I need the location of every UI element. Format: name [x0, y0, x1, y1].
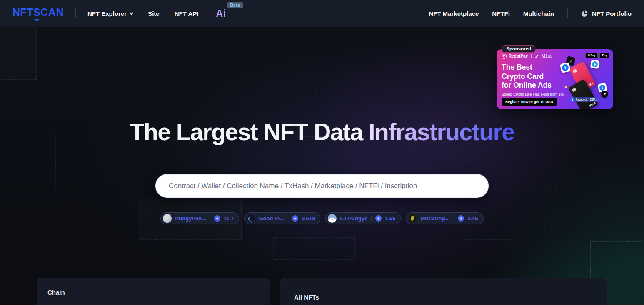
- nav-nft-marketplace[interactable]: NFT Marketplace: [429, 10, 479, 17]
- mint-feather-icon: [535, 55, 539, 58]
- ad-headline-line: The Best: [502, 63, 552, 72]
- page-title: The Largest NFT DataInfrastructure: [0, 118, 644, 146]
- google-pay-badge: G Pay: [585, 53, 598, 58]
- top-navigation-bar: NFTSCAN NFT Explorer Site NFT API Ai Bet…: [0, 0, 644, 27]
- sparkle-icon: [564, 86, 567, 88]
- chip-divider: [288, 216, 288, 221]
- facebook-icon: f: [560, 62, 571, 73]
- nftscan-homepage: NFTSCAN NFT Explorer Site NFT API Ai Bet…: [0, 0, 644, 305]
- nav-multichain[interactable]: Multichain: [523, 10, 554, 17]
- floor-price: 0.618: [302, 215, 315, 222]
- telegram-icon: [590, 60, 600, 69]
- header-divider-right: [567, 8, 568, 18]
- chip-divider: [371, 216, 372, 221]
- pie-chart-icon: [581, 10, 588, 17]
- pay-badges: G Pay Pay: [585, 53, 609, 58]
- chip-divider: [210, 216, 210, 221]
- nav-site-label: Site: [148, 10, 160, 17]
- telegram-glyph: [592, 61, 599, 68]
- trending-chip-pudgy-penguins[interactable]: PudgyPen... ◆ 11.7: [160, 212, 239, 224]
- beta-badge: Beta: [227, 2, 243, 8]
- ad-register-button[interactable]: Register now to get 10 USD: [502, 98, 557, 106]
- nav-nft-portfolio-label: NFT Portfolio: [592, 10, 632, 17]
- header-divider: [75, 8, 76, 18]
- nav-multichain-label: Multichain: [523, 10, 554, 17]
- nav-nft-explorer[interactable]: NFT Explorer: [87, 10, 133, 17]
- facebook-glyph: f: [561, 63, 569, 71]
- ad-headline: The Best Crypto Card for Online Ads: [502, 63, 552, 90]
- mutant-apes-avatar: [408, 214, 417, 223]
- chain-panel: Chain: [37, 278, 270, 305]
- nav-nft-portfolio[interactable]: NFT Portfolio: [581, 10, 632, 17]
- collection-name: PudgyPen...: [175, 215, 206, 222]
- brand-divider: [531, 54, 532, 58]
- secondary-nav: NFT Marketplace NFTFi Multichain NFT Por…: [429, 8, 632, 18]
- all-nfts-panel-title: All NFTs: [280, 278, 607, 301]
- page-title-accent: Infrastructure: [369, 118, 514, 145]
- nftscan-logo[interactable]: NFTSCAN: [12, 7, 64, 20]
- lil-pudgys-avatar: [328, 214, 337, 223]
- collection-name: Lil Pudgys: [340, 215, 367, 222]
- eth-icon: ◆: [292, 215, 298, 222]
- x-twitter-icon: ×: [600, 90, 609, 98]
- floor-price: 1.56: [385, 215, 395, 222]
- facebook-icon: f: [571, 98, 574, 101]
- nav-ai[interactable]: Ai Beta: [216, 8, 226, 19]
- sponsored-ad-banner[interactable]: P RedotPay Mint G Pay Pay The Best Crypt…: [497, 49, 613, 109]
- ad-headline-line: for Online Ads: [502, 81, 552, 90]
- collection-name: Good Vi...: [259, 215, 284, 222]
- main-nav: NFT Explorer Site NFT API Ai Beta: [87, 8, 226, 19]
- pudgy-penguins-avatar: [163, 214, 172, 223]
- chevron-down-icon: [130, 10, 134, 15]
- redotpay-brand-name: RedotPay: [509, 54, 528, 58]
- nav-nft-api-label: NFT API: [175, 10, 199, 17]
- trending-chip-mutant-apes[interactable]: MutantAp... ◆ 2.46: [406, 212, 483, 224]
- nav-nft-api[interactable]: NFT API: [175, 10, 199, 17]
- ad-headline-line: Crypto Card: [502, 72, 552, 81]
- trending-chip-good-vibes[interactable]: Good Vi... ◆ 0.618: [244, 212, 320, 224]
- mint-brand-name: Mint: [541, 53, 552, 59]
- nav-site[interactable]: Site: [148, 10, 160, 17]
- collection-name: MutantAp...: [420, 215, 450, 222]
- eth-icon: ◆: [375, 215, 382, 222]
- redotpay-logo: P: [502, 54, 507, 59]
- eth-icon: ◆: [458, 215, 464, 222]
- background-grid-decoration: [0, 27, 37, 80]
- floor-price: 2.46: [467, 215, 478, 222]
- ad-subtext: Spend Crypto Like Fiat, Fees from 1%!: [502, 92, 565, 96]
- ai-logo: Ai: [216, 8, 226, 19]
- background-grid-decoration: [273, 237, 355, 260]
- search-input[interactable]: [155, 174, 489, 198]
- nav-nft-marketplace-label: NFT Marketplace: [429, 10, 479, 17]
- nav-nftfi[interactable]: NFTFi: [492, 10, 510, 17]
- apple-pay-badge: Pay: [599, 53, 609, 58]
- ad-footnote: f Facebook - $8M...: [570, 97, 600, 102]
- floor-price: 11.7: [224, 215, 234, 222]
- chain-panel-title: Chain: [37, 278, 270, 296]
- eth-icon: ◆: [214, 215, 220, 222]
- ad-footnote-text: Facebook - $8M...: [576, 98, 597, 101]
- trending-collections: PudgyPen... ◆ 11.7 Good Vi... ◆ 0.618 Li…: [0, 212, 644, 224]
- nav-nft-explorer-label: NFT Explorer: [87, 10, 127, 17]
- all-nfts-panel: All NFTs: [280, 278, 607, 305]
- nav-nftfi-label: NFTFi: [492, 10, 510, 17]
- chip-divider: [454, 216, 454, 221]
- trending-chip-lil-pudgys[interactable]: Lil Pudgys ◆ 1.56: [325, 212, 401, 224]
- page-title-white: The Largest NFT Data: [130, 118, 363, 145]
- sponsored-label: Sponsored: [502, 45, 535, 53]
- card-chip: [572, 69, 577, 73]
- facebook-glyph: f: [599, 84, 606, 91]
- ad-brand-row: P RedotPay Mint: [502, 53, 552, 59]
- good-vibes-avatar: [247, 214, 255, 223]
- card-chip: [572, 88, 577, 92]
